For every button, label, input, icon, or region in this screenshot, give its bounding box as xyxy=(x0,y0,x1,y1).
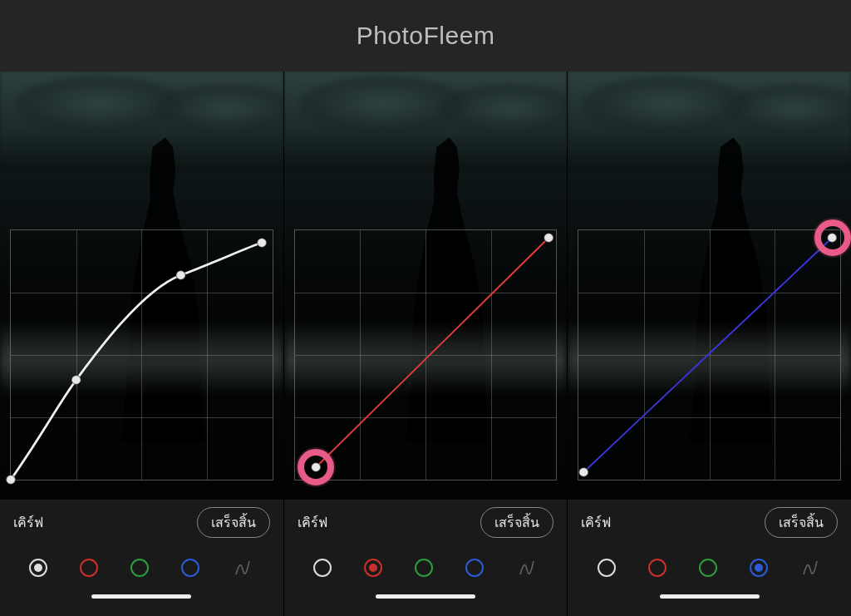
parametric-icon[interactable] xyxy=(232,557,253,579)
photo-preview xyxy=(0,71,283,500)
app-title: PhotoFleem xyxy=(357,22,495,50)
curve-control-point[interactable] xyxy=(311,463,320,472)
channel-blue[interactable] xyxy=(465,559,484,577)
parametric-icon[interactable] xyxy=(516,557,538,579)
done-button[interactable]: เสร็จสิ้น xyxy=(480,507,553,538)
curve-control-point[interactable] xyxy=(6,476,15,485)
mode-label: เคิร์ฟ xyxy=(13,512,43,533)
photo-preview xyxy=(568,71,851,500)
channel-red[interactable] xyxy=(80,559,98,577)
photo-preview xyxy=(284,71,568,500)
channel-white[interactable] xyxy=(313,559,332,577)
channel-white[interactable] xyxy=(598,559,616,577)
mode-label: เคิร์ฟ xyxy=(581,512,611,533)
curve-control-point[interactable] xyxy=(176,271,185,280)
curve-grid[interactable] xyxy=(10,229,273,480)
channel-blue[interactable] xyxy=(181,559,199,577)
home-indicator[interactable] xyxy=(376,594,475,599)
curve-control-point[interactable] xyxy=(257,239,266,248)
editor-panel-2: เคิร์ฟ เสร็จสิ้น xyxy=(283,71,568,616)
channel-green[interactable] xyxy=(415,559,433,577)
channel-green[interactable] xyxy=(130,559,149,577)
editor-panel-1: เคิร์ฟ เสร็จสิ้น xyxy=(0,71,283,616)
mode-label: เคิร์ฟ xyxy=(298,512,327,533)
channel-blue[interactable] xyxy=(750,559,768,577)
curve-control-point[interactable] xyxy=(828,234,837,243)
curve-grid[interactable] xyxy=(578,229,841,480)
done-button[interactable]: เสร็จสิ้น xyxy=(765,507,838,538)
channel-red[interactable] xyxy=(364,559,382,577)
curve-control-point[interactable] xyxy=(544,234,553,243)
home-indicator[interactable] xyxy=(660,594,760,599)
channel-red[interactable] xyxy=(648,559,667,577)
channel-green[interactable] xyxy=(699,559,717,577)
done-button[interactable]: เสร็จสิ้น xyxy=(197,507,270,538)
editor-panel-3: เคิร์ฟ เสร็จสิ้น xyxy=(568,71,851,616)
home-indicator[interactable] xyxy=(91,594,191,599)
curve-control-point[interactable] xyxy=(71,376,81,385)
panel-row: เคิร์ฟ เสร็จสิ้น xyxy=(0,71,851,616)
channel-white[interactable] xyxy=(29,559,47,577)
curve-grid[interactable] xyxy=(294,229,558,480)
curve-control-point[interactable] xyxy=(579,468,588,477)
header-bar: PhotoFleem xyxy=(0,0,851,71)
parametric-icon[interactable] xyxy=(799,557,821,579)
